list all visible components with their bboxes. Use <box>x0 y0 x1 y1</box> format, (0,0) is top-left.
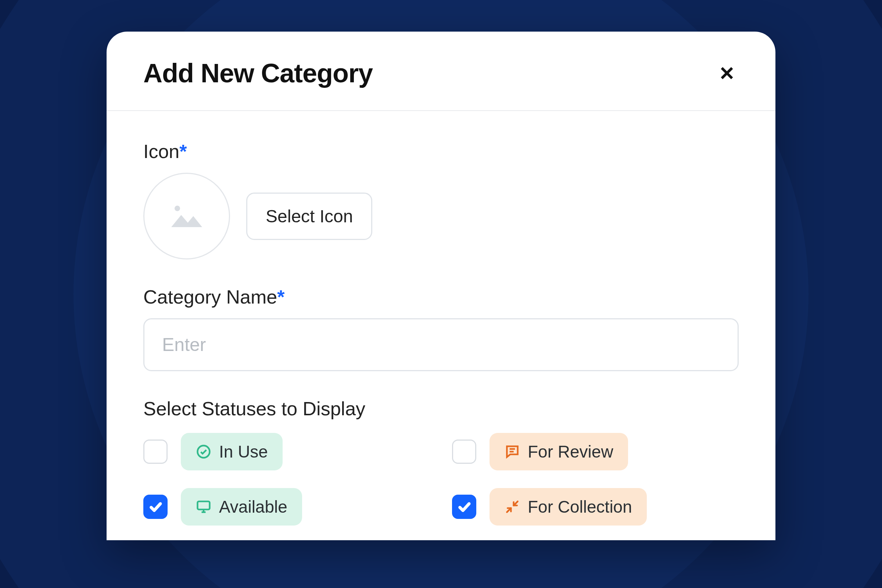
arrows-in-icon <box>504 499 520 515</box>
badge-label: Available <box>219 497 287 517</box>
badge-label: In Use <box>219 442 268 462</box>
badge-label: For Collection <box>528 497 632 517</box>
category-name-label: Category Name* <box>143 286 739 308</box>
icon-row: Select Icon <box>143 173 739 260</box>
icon-label: Icon* <box>143 140 739 162</box>
checkbox-in-use[interactable] <box>143 440 168 464</box>
checkbox-for-review[interactable] <box>452 440 476 464</box>
status-item-for-collection: For Collection <box>452 488 739 525</box>
statuses-label: Select Statuses to Display <box>143 398 739 420</box>
category-name-field: Category Name* <box>143 286 739 371</box>
modal-body: Icon* Select Icon Category Name* Selec <box>106 111 776 540</box>
check-circle-icon <box>195 444 212 460</box>
select-icon-button[interactable]: Select Icon <box>246 193 372 240</box>
required-marker: * <box>179 141 187 162</box>
badge-for-collection: For Collection <box>489 488 647 525</box>
image-placeholder-icon <box>169 202 204 230</box>
close-button[interactable] <box>715 62 739 85</box>
svg-rect-6 <box>198 501 210 509</box>
badge-for-review: For Review <box>489 433 628 470</box>
icon-field: Icon* Select Icon <box>143 140 739 260</box>
badge-available: Available <box>181 488 302 525</box>
badge-in-use: In Use <box>181 433 283 470</box>
checkbox-available[interactable] <box>143 495 168 519</box>
status-item-for-review: For Review <box>452 433 739 470</box>
status-item-available: Available <box>143 488 430 525</box>
add-category-modal: Add New Category Icon* Select Icon <box>106 32 776 540</box>
icon-label-text: Icon <box>143 141 179 162</box>
check-icon <box>148 500 163 514</box>
icon-preview[interactable] <box>143 173 230 260</box>
modal-title: Add New Category <box>143 58 373 88</box>
monitor-icon <box>195 499 212 515</box>
status-item-in-use: In Use <box>143 433 430 470</box>
required-marker: * <box>277 286 285 308</box>
svg-point-2 <box>175 206 180 212</box>
statuses-grid: In Use For Review <box>143 433 739 525</box>
badge-label: For Review <box>528 442 614 462</box>
check-icon <box>457 500 471 514</box>
message-icon <box>504 444 520 460</box>
category-name-label-text: Category Name <box>143 286 277 308</box>
checkbox-for-collection[interactable] <box>452 495 476 519</box>
close-icon <box>718 64 736 82</box>
category-name-input[interactable] <box>143 318 739 371</box>
statuses-section: Select Statuses to Display In Use <box>143 398 739 525</box>
modal-header: Add New Category <box>106 32 776 111</box>
